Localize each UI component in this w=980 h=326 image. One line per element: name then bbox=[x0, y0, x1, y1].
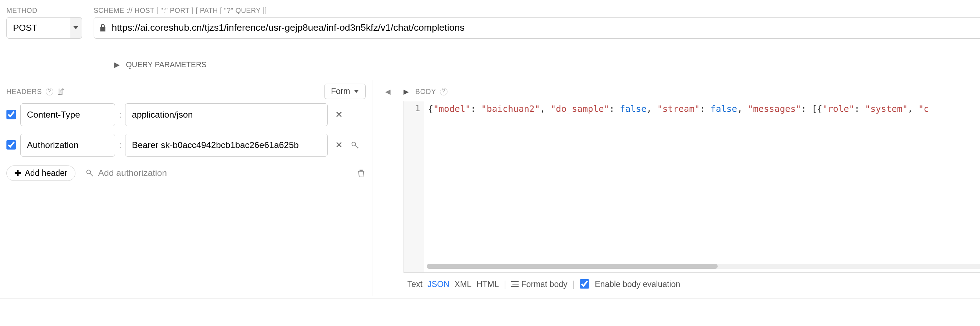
add-header-label: Add header bbox=[25, 169, 68, 178]
headers-title: HEADERS bbox=[6, 87, 42, 96]
body-tab-html[interactable]: HTML bbox=[476, 280, 499, 289]
header-value-input[interactable] bbox=[125, 134, 328, 157]
body-title: BODY bbox=[415, 87, 436, 96]
plus-icon: ✚ bbox=[14, 169, 21, 178]
auth-key-icon[interactable] bbox=[351, 141, 366, 150]
body-editor[interactable]: 1 {"model": "baichuan2", "do_sample": fa… bbox=[404, 101, 980, 273]
body-tab-text[interactable]: Text bbox=[407, 280, 422, 289]
method-caret[interactable] bbox=[70, 17, 82, 38]
method-select[interactable]: POST bbox=[6, 17, 70, 38]
url-input[interactable] bbox=[111, 18, 980, 37]
body-tab-json[interactable]: JSON bbox=[428, 280, 449, 289]
header-key-input[interactable] bbox=[21, 103, 115, 126]
colon: : bbox=[119, 140, 121, 150]
body-scrollbar[interactable] bbox=[427, 264, 980, 269]
enable-body-eval-label: Enable body evaluation bbox=[595, 280, 680, 289]
format-icon bbox=[511, 281, 519, 288]
headers-view-label: Form bbox=[331, 86, 350, 96]
header-value-input[interactable] bbox=[125, 103, 328, 126]
key-icon bbox=[86, 169, 94, 178]
headers-view-dropdown[interactable]: Form bbox=[324, 84, 366, 99]
clear-headers-icon[interactable] bbox=[357, 169, 366, 178]
header-row: : ✕ bbox=[6, 103, 366, 126]
headers-sort-icon[interactable]: AZ bbox=[57, 88, 65, 95]
lock-icon bbox=[99, 23, 107, 32]
gutter-line-1: 1 bbox=[404, 101, 424, 272]
collapse-headers-icon[interactable]: ◀ bbox=[385, 87, 391, 96]
url-scheme-label: SCHEME :// HOST [ ":" PORT ] [ PATH [ "?… bbox=[94, 6, 980, 15]
format-body-button[interactable]: Format body bbox=[511, 280, 567, 289]
enable-body-eval-checkbox[interactable] bbox=[580, 279, 590, 289]
format-body-label: Format body bbox=[521, 280, 567, 289]
remove-header-icon[interactable]: ✕ bbox=[332, 140, 347, 150]
add-auth-label: Add authorization bbox=[98, 168, 167, 178]
add-authorization-link[interactable]: Add authorization bbox=[86, 168, 167, 178]
header-row: : ✕ bbox=[6, 134, 366, 157]
header-key-input[interactable] bbox=[21, 134, 115, 157]
svg-text:Z: Z bbox=[60, 92, 62, 95]
remove-header-icon[interactable]: ✕ bbox=[332, 110, 347, 120]
add-header-button[interactable]: ✚ Add header bbox=[6, 165, 75, 181]
body-json-line[interactable]: {"model": "baichuan2", "do_sample": fals… bbox=[424, 101, 980, 272]
header-enabled-checkbox[interactable] bbox=[6, 110, 16, 120]
header-enabled-checkbox[interactable] bbox=[6, 140, 16, 150]
method-label: METHOD bbox=[6, 6, 82, 15]
body-toggle[interactable]: ▶ bbox=[404, 87, 409, 96]
query-params-label: QUERY PARAMETERS bbox=[126, 60, 206, 69]
body-help-icon[interactable]: ? bbox=[440, 88, 447, 95]
separator: | bbox=[573, 280, 575, 289]
query-params-toggle[interactable]: ▶ bbox=[114, 60, 120, 69]
headers-help-icon[interactable]: ? bbox=[46, 88, 53, 95]
url-input-wrap[interactable] bbox=[94, 17, 980, 38]
colon: : bbox=[119, 110, 121, 120]
body-tab-xml[interactable]: XML bbox=[455, 280, 471, 289]
url-length: length: 84 byte(s) bbox=[0, 38, 980, 50]
separator: | bbox=[504, 280, 506, 289]
